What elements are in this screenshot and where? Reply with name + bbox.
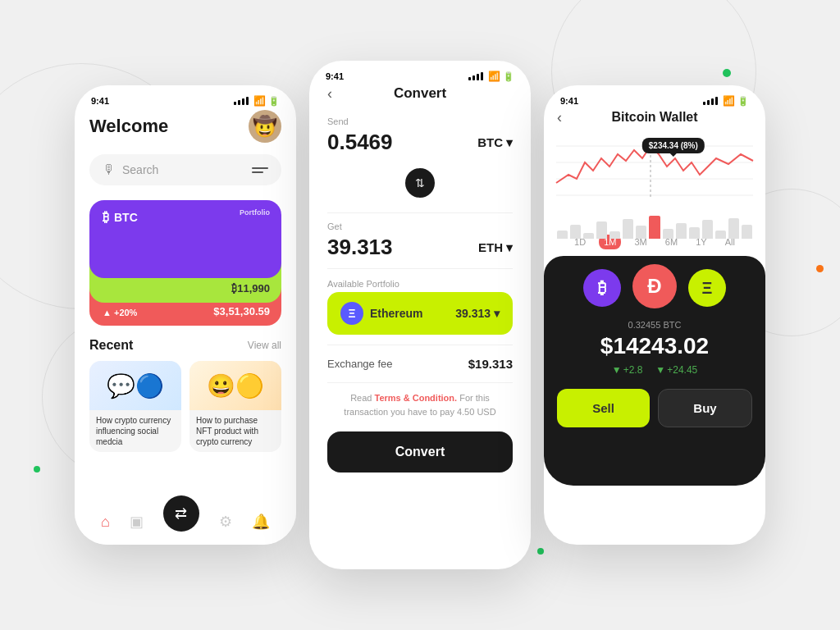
fab-button[interactable]: ⇄ (163, 495, 199, 532)
c-signal2 (472, 75, 475, 80)
search-icon: 🎙 (103, 162, 116, 177)
signal3 (242, 98, 244, 105)
eth-portfolio-button[interactable]: Ξ Ethereum 39.313 ▾ (327, 292, 513, 335)
get-amount-row: 39.313 ETH ▾ (327, 235, 513, 260)
convert-title: Convert (394, 85, 446, 102)
view-all-link[interactable]: View all (248, 340, 281, 351)
bar-8 (649, 216, 660, 239)
divider-3 (327, 345, 513, 345)
recent-card-2[interactable]: 😀🟡 How to purchase NFT product with cryp… (189, 361, 281, 452)
exchange-fee-row: Exchange fee $19.313 (327, 357, 513, 371)
bar-11 (689, 227, 700, 239)
dash-circle[interactable]: Ð (632, 264, 677, 308)
sell-button[interactable]: Sell (557, 389, 650, 427)
change-1: ▼ +2.8 (612, 364, 643, 376)
bar-12 (702, 220, 713, 239)
bar-14 (728, 218, 739, 239)
home-icon[interactable]: ⌂ (101, 514, 110, 531)
bar-9 (663, 229, 673, 239)
btc-circle-icon: ₿ (598, 279, 606, 298)
wallet-top: ‹ Bitcoin Wallet $234.34 (8%) (544, 110, 765, 254)
eth-portfolio-amount: 39.313 (455, 307, 491, 320)
time-left: 9:41 (91, 96, 109, 106)
eth-circle-icon: Ξ (702, 279, 713, 298)
bar-2 (570, 225, 581, 240)
search-left: 🎙 Search (103, 162, 158, 177)
bar-6 (623, 219, 633, 240)
bar-1 (557, 231, 568, 240)
eth-circle[interactable]: Ξ (688, 269, 726, 307)
right-phone: 9:41 📶 🔋 ‹ Bitcoin Wallet $234.34 (8%) (544, 85, 765, 545)
recent-img-1: 💬🔵 (89, 361, 181, 410)
welcome-header: Welcome 🤠 (89, 110, 281, 143)
wallet-value: $14243.02 (557, 333, 752, 359)
c-signal1 (468, 77, 471, 80)
r-wifi-icon: 📶 (723, 95, 735, 107)
swap-button[interactable]: ⇅ (405, 168, 435, 198)
bar-3 (583, 233, 594, 239)
convert-header: ‹ Convert (327, 85, 513, 102)
time-right: 9:41 (560, 96, 578, 106)
send-currency-selector[interactable]: BTC ▾ (477, 135, 513, 150)
left-phone: 9:41 📶 🔋 Welcome 🤠 (75, 85, 296, 545)
search-label: Search (122, 163, 158, 176)
btc-card[interactable]: ₿ BTC Portfolio (89, 200, 281, 278)
eth-left: Ξ Ethereum (340, 302, 423, 325)
recent-text-1: How crypto currency influencing social m… (89, 410, 181, 452)
send-amount-row: 0.5469 BTC ▾ (327, 130, 513, 155)
center-phone: 9:41 📶 🔋 ‹ Convert Send 0.5469 (309, 61, 531, 569)
fab-icon: ⇄ (175, 504, 187, 523)
zcash-change: ▲ +20% (103, 308, 137, 317)
send-currency: BTC (477, 135, 503, 149)
filter-line-1 (252, 167, 268, 169)
filter-icon[interactable] (252, 163, 268, 176)
available-label: Available Portfolio (327, 279, 513, 289)
terms-prefix: Read (350, 393, 374, 403)
recent-text-2: How to purchase NFT product with crypto … (189, 410, 281, 452)
send-amount: 0.5469 (327, 130, 393, 155)
battery-icon: 🔋 (268, 96, 280, 107)
btc-icon: ₿ (103, 210, 109, 225)
recent-header: Recent View all (89, 338, 281, 353)
crypto-icons-row: ₿ Ð Ξ (557, 269, 752, 308)
zcash-value: $3,51,30.59 (213, 305, 270, 317)
status-icons-left: 📶 🔋 (234, 95, 280, 107)
r-signal3 (711, 98, 714, 105)
settings-icon[interactable]: ⚙ (219, 513, 232, 531)
status-icons-center: 📶 🔋 (468, 71, 514, 82)
c-battery-icon: 🔋 (503, 71, 514, 82)
get-currency-selector[interactable]: ETH ▾ (478, 240, 513, 255)
wallet-changes: ▼ +2.8 ▼ +24.45 (557, 364, 752, 376)
signal1 (234, 102, 236, 105)
divider-2 (327, 268, 513, 269)
card-icon[interactable]: ▣ (130, 513, 144, 531)
r-signal1 (703, 102, 705, 105)
get-section: Get 39.313 ETH ▾ (327, 221, 513, 260)
back-button[interactable]: ‹ (327, 85, 332, 103)
btc-label: BTC (114, 211, 138, 224)
r-signal4 (715, 97, 718, 105)
bell-icon[interactable]: 🔔 (252, 513, 270, 531)
eth-portfolio-name: Ethereum (370, 307, 423, 320)
status-bar-right: 9:41 📶 🔋 (544, 85, 765, 110)
divider-1 (327, 212, 513, 213)
eth-portfolio-icon: Ξ (348, 307, 355, 320)
bar-7 (636, 226, 646, 239)
signal4 (246, 97, 249, 105)
recent-img-2: 😀🟡 (189, 361, 281, 410)
terms-link[interactable]: Terms & Condition. (374, 393, 457, 403)
eth-icon-circle: Ξ (340, 302, 363, 325)
chart-area: $234.34 (8%) (554, 130, 756, 228)
divider-4 (327, 382, 513, 383)
bar-10 (676, 223, 687, 239)
search-bar[interactable]: 🎙 Search (89, 154, 281, 185)
convert-button[interactable]: Convert (327, 431, 513, 472)
buy-button[interactable]: Buy (658, 389, 752, 427)
avatar[interactable]: 🤠 (249, 110, 281, 143)
recent-card-1[interactable]: 💬🔵 How crypto currency influencing socia… (89, 361, 181, 452)
available-section: Available Portfolio Ξ Ethereum 39.313 ▾ (327, 279, 513, 335)
r-signal2 (707, 100, 710, 105)
wallet-back-button[interactable]: ‹ (557, 109, 562, 126)
btc-circle[interactable]: ₿ (583, 269, 621, 307)
wallet-title: Bitcoin Wallet (611, 110, 697, 125)
